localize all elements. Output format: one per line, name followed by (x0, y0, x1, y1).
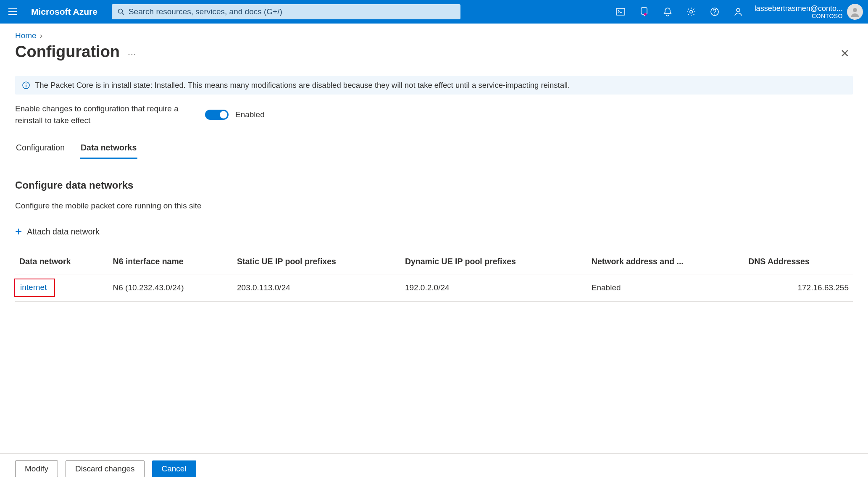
table-row: internet N6 (10.232.43.0/24) 203.0.113.0… (15, 274, 853, 302)
account-email: lassebertrasmen@conto... (755, 4, 843, 13)
cell-dns: 172.16.63.255 (744, 274, 853, 302)
col-data-network[interactable]: Data network (15, 257, 109, 274)
svg-point-4 (644, 13, 647, 16)
breadcrumb-home[interactable]: Home (15, 31, 37, 40)
col-static-ue[interactable]: Static UE IP pool prefixes (233, 257, 401, 274)
avatar-icon (847, 4, 863, 20)
highlight-box: internet (14, 279, 55, 297)
search-icon (118, 8, 124, 15)
tab-configuration[interactable]: Configuration (15, 140, 66, 159)
col-dns[interactable]: DNS Addresses (744, 257, 853, 274)
cell-n6: N6 (10.232.43.0/24) (109, 274, 233, 302)
reinstall-toggle[interactable] (205, 110, 229, 120)
section-description: Configure the mobile packet core running… (15, 201, 853, 210)
settings-gear-icon[interactable] (686, 6, 697, 17)
col-napt[interactable]: Network address and ... (587, 257, 744, 274)
account-tenant: CONTOSO (755, 13, 843, 19)
account-menu[interactable]: lassebertrasmen@conto... CONTOSO (755, 4, 863, 20)
cell-napt: Enabled (587, 274, 744, 302)
plus-icon: + (15, 226, 22, 237)
col-n6[interactable]: N6 interface name (109, 257, 233, 274)
brand-title[interactable]: Microsoft Azure (31, 7, 97, 17)
cell-static-ue: 203.0.113.0/24 (233, 274, 401, 302)
close-icon[interactable]: ✕ (840, 47, 850, 60)
svg-point-8 (736, 8, 740, 12)
section-title: Configure data networks (15, 179, 853, 191)
svg-point-0 (118, 9, 122, 13)
info-banner: The Packet Core is in install state: Ins… (15, 76, 853, 95)
svg-rect-3 (641, 8, 647, 14)
search-input[interactable] (129, 7, 455, 16)
cloud-shell-icon[interactable] (615, 6, 626, 17)
svg-rect-2 (616, 8, 625, 15)
topbar-actions (615, 6, 744, 17)
svg-point-9 (853, 8, 857, 12)
more-actions-icon[interactable]: … (127, 47, 137, 58)
top-bar: Microsoft Azure lassebertrasmen@conto... (0, 0, 868, 24)
copilot-icon[interactable] (639, 6, 650, 17)
page-title: Configuration (15, 43, 120, 61)
search-box[interactable] (112, 4, 460, 19)
cell-dynamic-ue: 192.0.2.0/24 (401, 274, 587, 302)
svg-point-7 (714, 14, 715, 15)
notifications-icon[interactable] (662, 6, 673, 17)
attach-data-network-button[interactable]: + Attach data network (15, 226, 853, 237)
col-dynamic-ue[interactable]: Dynamic UE IP pool prefixes (401, 257, 587, 274)
info-icon (22, 82, 30, 89)
hamburger-menu-icon[interactable] (5, 4, 20, 19)
tab-data-networks[interactable]: Data networks (80, 140, 137, 159)
tab-strip: Configuration Data networks (15, 140, 853, 159)
svg-rect-12 (26, 85, 26, 87)
svg-line-1 (122, 13, 124, 15)
chevron-right-icon: › (40, 31, 42, 40)
data-networks-table: Data network N6 interface name Static UE… (15, 257, 853, 302)
feedback-icon[interactable] (733, 6, 744, 17)
reinstall-toggle-state: Enabled (235, 110, 265, 119)
breadcrumb: Home › (15, 31, 853, 40)
svg-point-11 (26, 83, 26, 84)
data-network-link[interactable]: internet (20, 283, 47, 292)
info-banner-text: The Packet Core is in install state: Ins… (35, 81, 570, 90)
help-icon[interactable] (709, 6, 720, 17)
reinstall-toggle-label: Enable changes to configuration that req… (15, 103, 179, 126)
svg-point-5 (689, 11, 692, 13)
attach-data-network-label: Attach data network (27, 227, 99, 237)
